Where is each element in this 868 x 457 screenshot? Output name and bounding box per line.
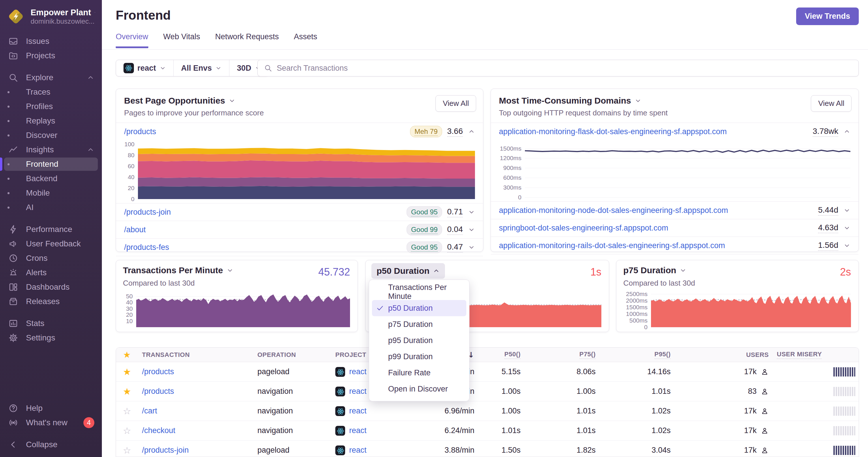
transaction-link[interactable]: /products bbox=[124, 127, 156, 136]
sidebar-item[interactable]: Traces bbox=[0, 85, 102, 99]
table-row[interactable]: ☆ /checkout navigation react 6.24/min 1.… bbox=[116, 421, 859, 440]
star-toggle[interactable]: ☆ bbox=[123, 406, 131, 417]
sidebar-footer-item[interactable]: Help bbox=[0, 401, 102, 416]
chevron-down-icon[interactable] bbox=[843, 225, 850, 231]
star-toggle[interactable]: ☆ bbox=[123, 445, 131, 456]
domain-row[interactable]: application-monitoring-rails-dot-sales-e… bbox=[491, 237, 859, 254]
project-link[interactable]: react bbox=[349, 367, 367, 376]
environment-filter[interactable]: All Envs bbox=[174, 60, 229, 76]
sidebar-item[interactable]: Frontend bbox=[0, 157, 102, 171]
sidebar-footer-item[interactable]: Collapse bbox=[0, 437, 102, 452]
star-toggle[interactable]: ★ bbox=[123, 366, 131, 378]
star-toggle[interactable]: ★ bbox=[123, 386, 131, 397]
sidebar-item[interactable]: Mobile bbox=[0, 186, 102, 200]
table-row[interactable]: ★ /products navigation react …/min 1.00s… bbox=[116, 382, 859, 401]
domains-title-dropdown[interactable]: Most Time-Consuming Domains bbox=[499, 96, 850, 106]
view-trends-button[interactable]: View Trends bbox=[796, 7, 859, 25]
sidebar-item[interactable]: Stats bbox=[0, 316, 102, 331]
domain-row[interactable]: application-monitoring-node-dot-sales-en… bbox=[491, 202, 859, 219]
table-column-header[interactable]: ★ bbox=[116, 350, 138, 360]
star-toggle[interactable]: ☆ bbox=[123, 425, 131, 436]
sidebar-item[interactable]: Performance bbox=[0, 222, 102, 236]
transaction-link[interactable]: /products-join bbox=[142, 446, 189, 455]
sidebar-item[interactable]: Explore bbox=[0, 70, 102, 85]
menu-item[interactable]: p95 Duration bbox=[372, 332, 466, 349]
p75-chart[interactable]: 2500ms2000ms1500ms1000ms500ms0 bbox=[623, 293, 851, 327]
transaction-link[interactable]: /products bbox=[142, 387, 174, 396]
sidebar-footer-item[interactable] bbox=[0, 430, 102, 437]
domain-duration-chart[interactable]: 1500ms1200ms900ms600ms300ms0 bbox=[491, 140, 859, 201]
transaction-link[interactable]: /products-fes bbox=[124, 243, 169, 252]
menu-item[interactable]: Transactions Per Minute bbox=[372, 284, 466, 300]
menu-item[interactable]: p99 Duration bbox=[372, 349, 466, 365]
table-column-header[interactable]: USER MISERY bbox=[773, 351, 859, 359]
domain-link[interactable]: application-monitoring-node-dot-sales-en… bbox=[499, 206, 728, 215]
sidebar-item[interactable]: Releases bbox=[0, 294, 102, 309]
menu-item[interactable]: p75 Duration bbox=[372, 316, 466, 332]
opportunity-row[interactable]: /products-fes Good 95 0.47 bbox=[116, 238, 483, 256]
table-column-header[interactable]: USERS bbox=[675, 351, 773, 359]
table-column-header[interactable]: OPERATION bbox=[253, 351, 331, 359]
project-link[interactable]: react bbox=[349, 446, 367, 455]
domain-link[interactable]: springboot-dot-sales-engineering-sf.apps… bbox=[499, 224, 668, 232]
sidebar-item[interactable]: User Feedback bbox=[0, 236, 102, 251]
sidebar-item[interactable]: AI bbox=[0, 200, 102, 215]
sidebar-item[interactable]: Settings bbox=[0, 331, 102, 345]
table-column-header[interactable]: TRANSACTION bbox=[138, 351, 253, 359]
table-row[interactable]: ☆ /products-join pageload react 3.88/min… bbox=[116, 440, 859, 457]
page-score-chart[interactable]: 100806040200 bbox=[116, 140, 483, 203]
sidebar-item[interactable]: Crons bbox=[0, 251, 102, 265]
search-input[interactable] bbox=[277, 64, 852, 73]
opportunity-row[interactable]: /about Good 99 0.04 bbox=[116, 221, 483, 238]
sidebar-item[interactable] bbox=[0, 215, 102, 222]
transaction-link[interactable]: /checkout bbox=[142, 426, 176, 435]
table-row[interactable]: ★ /products pageload react …/min 5.15s 8… bbox=[116, 362, 859, 382]
sidebar-item[interactable]: Dashboards bbox=[0, 280, 102, 294]
domain-link[interactable]: application-monitoring-flask-dot-sales-e… bbox=[499, 127, 726, 136]
opportunity-row-featured[interactable]: /products Meh 79 3.66 bbox=[116, 123, 483, 140]
p75-metric-dropdown[interactable]: p75 Duration bbox=[623, 265, 686, 275]
sidebar-item[interactable]: Insights bbox=[0, 142, 102, 157]
sidebar-item[interactable]: Issues bbox=[0, 34, 102, 48]
chevron-down-icon[interactable] bbox=[843, 207, 850, 214]
chevron-down-icon[interactable] bbox=[468, 208, 475, 216]
table-column-header[interactable]: P50() bbox=[478, 351, 525, 359]
opportunity-row[interactable]: /products-join Good 95 0.71 bbox=[116, 203, 483, 221]
domain-row[interactable]: springboot-dot-sales-engineering-sf.apps… bbox=[491, 219, 859, 236]
sidebar-item[interactable]: Backend bbox=[0, 171, 102, 186]
opportunities-view-all-button[interactable]: View All bbox=[435, 95, 476, 112]
section-chevron-icon[interactable] bbox=[87, 74, 94, 81]
transaction-link[interactable]: /cart bbox=[142, 406, 157, 416]
project-link[interactable]: react bbox=[349, 406, 367, 416]
domain-row-featured[interactable]: application-monitoring-flask-dot-sales-e… bbox=[491, 123, 859, 140]
sidebar-item[interactable] bbox=[0, 63, 102, 70]
transaction-link[interactable]: /products bbox=[142, 367, 174, 376]
menu-item[interactable]: Failure Rate bbox=[372, 365, 466, 381]
sidebar-item[interactable]: Projects bbox=[0, 48, 102, 63]
domain-link[interactable]: application-monitoring-rails-dot-sales-e… bbox=[499, 241, 725, 250]
sidebar-item[interactable]: Profiles bbox=[0, 99, 102, 114]
sidebar-item[interactable]: Alerts bbox=[0, 265, 102, 280]
sidebar-item[interactable]: Discover bbox=[0, 128, 102, 142]
transaction-link[interactable]: /products-join bbox=[124, 208, 171, 217]
project-link[interactable]: react bbox=[349, 387, 367, 396]
opportunities-title-dropdown[interactable]: Best Page Opportunities bbox=[124, 96, 475, 106]
table-column-header[interactable]: P95() bbox=[600, 351, 675, 359]
project-filter[interactable]: react bbox=[116, 60, 174, 76]
chevron-down-icon[interactable] bbox=[843, 242, 850, 249]
table-row[interactable]: ☆ /cart navigation react 6.96/min 1.00s … bbox=[116, 401, 859, 421]
tab[interactable]: Assets bbox=[294, 32, 317, 48]
transaction-link[interactable]: /about bbox=[124, 225, 146, 234]
chevron-down-icon[interactable] bbox=[468, 244, 475, 251]
domains-view-all-button[interactable]: View All bbox=[811, 95, 851, 112]
table-column-header[interactable]: P75() bbox=[525, 351, 600, 359]
menu-item[interactable]: Open in Discover bbox=[372, 381, 466, 397]
section-chevron-icon[interactable] bbox=[87, 146, 94, 154]
tab[interactable]: Network Requests bbox=[215, 32, 279, 48]
p50-metric-dropdown-trigger[interactable]: p50 Duration bbox=[371, 263, 445, 279]
sidebar-item[interactable] bbox=[0, 309, 102, 316]
sidebar-footer-item[interactable]: What's new 4 bbox=[0, 416, 102, 430]
chevron-up-icon[interactable] bbox=[468, 128, 475, 135]
tpm-metric-dropdown[interactable]: Transactions Per Minute bbox=[123, 265, 234, 275]
project-link[interactable]: react bbox=[349, 426, 367, 435]
